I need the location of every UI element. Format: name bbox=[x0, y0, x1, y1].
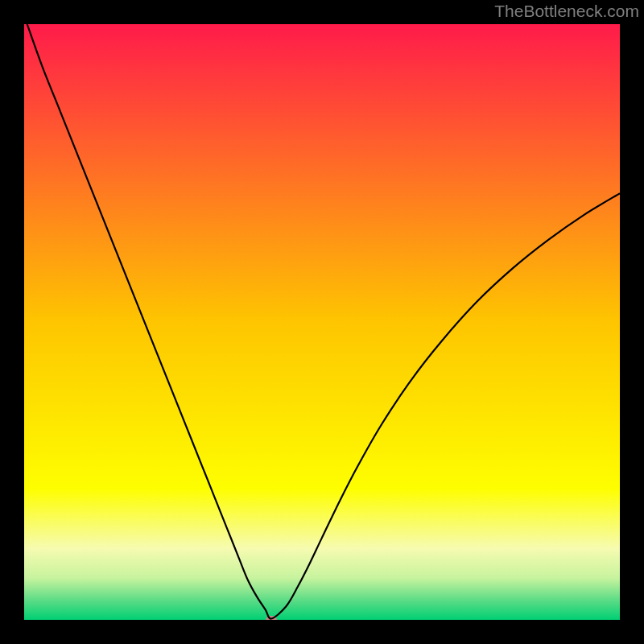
watermark-text: TheBottleneck.com bbox=[494, 2, 639, 21]
bottleneck-chart bbox=[24, 24, 620, 620]
chart-frame: TheBottleneck.com bbox=[0, 0, 644, 644]
chart-background bbox=[24, 24, 620, 620]
